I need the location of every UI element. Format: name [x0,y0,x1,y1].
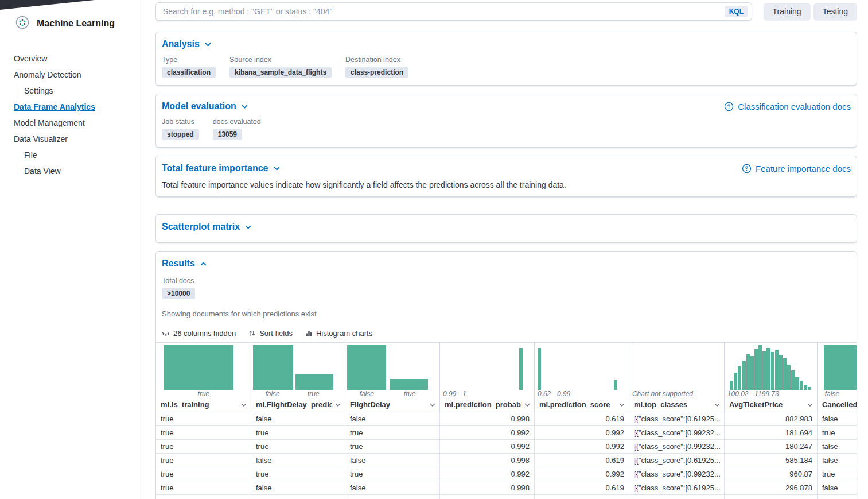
grid-cell[interactable]: [{"class_score":[0.61925... [629,481,725,494]
column-header-ml-prediction-score[interactable]: 0.62 - 0.99ml.prediction_score [535,343,629,412]
grid-cell[interactable]: false [251,454,345,467]
grid-cell[interactable]: true [156,440,251,453]
sort-fields-button[interactable]: Sort fields [248,329,293,338]
grid-cell[interactable]: [{"class_score":[0.61925... [629,412,725,425]
search-bar[interactable]: KQL [155,2,752,21]
grid-cell[interactable]: [{"class_score":[0.99232... [629,426,725,439]
column-header-ml-is-training[interactable]: trueml.is_training [156,343,251,412]
grid-cell[interactable]: 585.184 [725,454,818,467]
column-menu-chevron-icon[interactable] [618,401,625,408]
grid-cell[interactable]: [{"class_score":[0.61925... [629,454,725,467]
grid-cell[interactable]: true [156,426,251,439]
grid-cell[interactable]: true [345,426,440,439]
sidebar-item-anomaly-detection[interactable]: Anomaly Detection [0,67,141,83]
column-header-ml-top-classes[interactable]: Chart not supported.ml.top_classes [629,343,725,412]
grid-cell[interactable]: 0.992 [440,467,535,481]
sidebar-item-model-management[interactable]: Model Management [0,115,141,131]
grid-cell[interactable]: 882.983 [725,412,818,425]
grid-cell[interactable]: true [156,454,251,467]
column-header-avgticketprice[interactable]: 100.02 - 1199.73AvgTicketPrice [725,343,818,412]
table-row[interactable]: truetruetrue0.9920.992[{"class_score":[0… [156,426,857,440]
sidebar-item-settings[interactable]: Settings [18,83,141,99]
grid-cell[interactable]: 0.619 [535,454,629,467]
grid-cell[interactable]: 0.992 [535,467,629,481]
sidebar-item-data-view[interactable]: Data View [18,163,141,179]
grid-cell[interactable]: true [818,426,857,439]
table-row[interactable]: truetruetrue0.9920.992[{"class_score":[0… [156,467,857,481]
grid-cell[interactable]: false [345,495,440,499]
feature-importance-docs-link[interactable]: Feature importance docs [742,164,851,173]
grid-cell[interactable]: 181.694 [725,426,818,439]
grid-cell[interactable]: 0.998 [440,495,535,499]
column-header-ml-flightdelay-predictic[interactable]: falsetrueml.FlightDelay_predictic [251,343,345,412]
grid-cell[interactable]: true [345,440,440,453]
columns-hidden-button[interactable]: 26 columns hidden [162,329,236,338]
grid-cell[interactable]: true [156,467,251,481]
scatterplot-matrix-panel-toggle[interactable]: Scatterplot matrix [162,222,252,232]
column-menu-chevron-icon[interactable] [524,401,531,408]
classification-evaluation-docs-link[interactable]: Classification evaluation docs [724,102,851,111]
grid-cell[interactable]: 0.619 [535,481,629,494]
grid-cell[interactable]: true [251,440,345,453]
column-menu-chevron-icon[interactable] [429,401,436,408]
grid-cell[interactable]: [{"class_score":[0.99232... [629,440,725,453]
table-row[interactable]: truefalsefalse0.9980.619[{"class_score":… [156,454,857,467]
sidebar-item-file[interactable]: File [18,147,141,163]
grid-cell[interactable]: [{"class_score":[0.99232... [629,467,725,481]
grid-cell[interactable]: true [251,467,345,481]
column-header-flightdelay[interactable]: falsetrueFlightDelay [345,343,440,412]
grid-cell[interactable]: false [251,495,345,499]
grid-cell[interactable]: 0.998 [440,412,535,425]
kql-language-button[interactable]: KQL [725,6,748,17]
grid-cell[interactable]: 0.619 [535,495,629,499]
column-header-ml-prediction-probabilit[interactable]: 0.99 - 1ml.prediction_probabilit [440,343,535,412]
grid-cell[interactable]: 0.998 [440,454,535,467]
grid-cell[interactable]: 296.878 [725,481,818,494]
grid-cell[interactable]: false [818,440,857,453]
grid-cell[interactable]: [{"class_score":[0.61925... [629,495,725,499]
grid-cell[interactable]: 180.247 [725,440,818,453]
results-panel-toggle[interactable]: Results [162,258,207,269]
column-menu-chevron-icon[interactable] [807,401,813,408]
table-row[interactable]: truefalsefalse0.9980.619[{"class_score":… [156,412,857,426]
table-row[interactable]: truefalsefalse0.9980.619[{"class_score":… [156,495,857,499]
grid-cell[interactable]: 906.438 [725,495,818,499]
histogram-charts-button[interactable]: Histogram charts [305,329,372,338]
grid-cell[interactable]: false [345,481,440,494]
grid-cell[interactable]: 0.992 [440,426,535,439]
grid-cell[interactable]: true [818,467,857,481]
grid-cell[interactable]: false [345,454,440,467]
grid-cell[interactable]: true [251,426,345,439]
sidebar-item-data-visualizer[interactable]: Data Visualizer [0,131,141,147]
training-button[interactable]: Training [764,3,811,21]
column-menu-chevron-icon[interactable] [334,401,341,408]
grid-cell[interactable]: 0.619 [535,412,629,425]
column-header-cancelled[interactable]: falseCancelled [818,343,857,412]
table-row[interactable]: truetruetrue0.9920.992[{"class_score":[0… [156,440,857,454]
grid-cell[interactable]: 0.992 [440,440,535,453]
grid-cell[interactable]: 0.992 [535,426,629,439]
grid-cell[interactable]: true [156,481,251,494]
table-row[interactable]: truefalsefalse0.9980.619[{"class_score":… [156,481,857,495]
grid-cell[interactable]: false [251,481,345,494]
grid-cell[interactable]: 0.992 [535,440,629,453]
grid-cell[interactable]: false [818,454,857,467]
grid-cell[interactable]: false [818,495,857,499]
grid-cell[interactable]: false [818,481,857,494]
feature-importance-panel-toggle[interactable]: Total feature importance [162,163,281,173]
grid-cell[interactable]: 0.998 [440,481,535,494]
grid-cell[interactable]: true [156,495,251,499]
grid-cell[interactable]: false [818,412,857,425]
grid-cell[interactable]: false [345,412,440,425]
grid-cell[interactable]: 960.87 [725,467,818,481]
column-menu-chevron-icon[interactable] [714,401,721,408]
grid-cell[interactable]: true [345,467,440,481]
analysis-panel-toggle[interactable]: Analysis [162,39,212,49]
testing-button[interactable]: Testing [813,3,857,21]
sidebar-item-data-frame-analytics[interactable]: Data Frame Analytics [0,99,141,115]
model-evaluation-panel-toggle[interactable]: Model evaluation [162,101,248,111]
grid-cell[interactable]: false [251,412,345,425]
column-menu-chevron-icon[interactable] [240,401,247,408]
sidebar-item-overview[interactable]: Overview [0,51,141,67]
search-input[interactable] [163,7,725,16]
